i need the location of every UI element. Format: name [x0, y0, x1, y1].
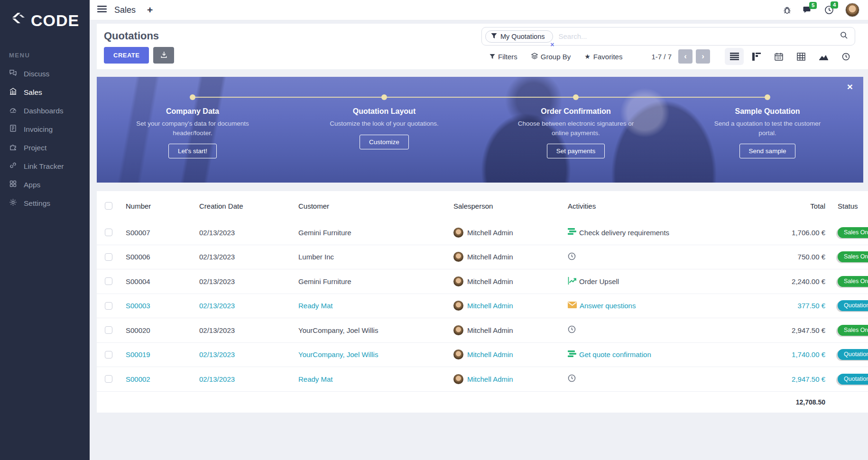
send-sample-button[interactable]: Send sample — [739, 144, 796, 158]
step-title: Order Confirmation — [480, 107, 672, 116]
row-salesperson: Mitchell Admin — [453, 350, 568, 359]
sidebar: CODE MENU Discuss Sales Dashboards Invoi… — [0, 0, 90, 460]
table-row[interactable]: S00002 02/13/2023 Ready Mat Mitchell Adm… — [97, 367, 868, 392]
row-activity[interactable] — [568, 374, 735, 384]
row-checkbox[interactable] — [105, 326, 112, 334]
gear-icon — [9, 198, 17, 208]
filter-funnel-icon — [489, 53, 495, 61]
row-activity[interactable] — [568, 325, 735, 335]
sidebar-item-apps[interactable]: Apps — [0, 175, 90, 194]
search-bar[interactable]: My Quotations × Search... — [481, 27, 855, 46]
column-header-total[interactable]: Total — [735, 202, 825, 210]
column-header-creation-date[interactable]: Creation Date — [199, 202, 298, 210]
graph-view-icon[interactable] — [814, 48, 833, 65]
row-checkbox[interactable] — [105, 229, 112, 236]
search-icon — [840, 31, 848, 41]
group-by-button[interactable]: Group By — [531, 53, 571, 61]
row-number[interactable]: S00003 — [126, 302, 199, 310]
pivot-view-icon[interactable] — [792, 48, 811, 65]
create-button[interactable]: CREATE — [104, 47, 149, 64]
column-header-activities[interactable]: Activities — [568, 202, 735, 210]
row-status: Quotation — [825, 374, 868, 385]
row-number[interactable]: S00004 — [126, 277, 199, 285]
favorites-button[interactable]: ★ Favorites — [584, 53, 622, 61]
clock-icon — [568, 252, 576, 262]
filters-button[interactable]: Filters — [489, 53, 517, 61]
sidebar-item-project[interactable]: Project — [0, 138, 90, 157]
kanban-view-icon[interactable] — [747, 48, 766, 65]
calendar-view-icon[interactable] — [769, 48, 788, 65]
star-icon: ★ — [584, 53, 591, 60]
list-view-icon[interactable] — [725, 48, 744, 65]
active-app-tab[interactable]: Sales — [114, 5, 136, 15]
discuss-icon — [9, 69, 17, 79]
user-avatar[interactable] — [845, 3, 859, 17]
row-activity[interactable]: Answer questions — [568, 302, 735, 310]
row-activity[interactable]: Order Upsell — [568, 277, 735, 286]
customize-button[interactable]: Customize — [360, 135, 409, 149]
table-row[interactable]: S00004 02/13/2023 Gemini Furniture Mitch… — [97, 269, 868, 294]
column-header-number[interactable]: Number — [126, 202, 199, 210]
row-checkbox[interactable] — [105, 253, 112, 261]
app-window: CODE MENU Discuss Sales Dashboards Invoi… — [0, 0, 868, 460]
sidebar-item-dashboards[interactable]: Dashboards — [0, 101, 90, 120]
table-row[interactable]: S00020 02/13/2023 YourCompany, Joel Will… — [97, 318, 868, 343]
row-number[interactable]: S00007 — [126, 229, 199, 237]
table-body: S00007 02/13/2023 Gemini Furniture Mitch… — [97, 221, 868, 392]
row-status: Quotation — [825, 300, 868, 311]
add-tab-button[interactable]: + — [147, 4, 153, 16]
row-checkbox[interactable] — [105, 277, 112, 285]
select-all-checkbox[interactable] — [105, 202, 112, 210]
column-header-customer[interactable]: Customer — [298, 202, 453, 210]
row-creation-date: 02/13/2023 — [199, 229, 298, 237]
pager-prev-button[interactable]: ‹ — [678, 49, 693, 64]
row-number[interactable]: S00002 — [126, 375, 199, 383]
sidebar-item-invoicing[interactable]: Invoicing — [0, 120, 90, 138]
lets-start-button[interactable]: Let's start! — [168, 144, 217, 158]
table-row[interactable]: S00019 02/13/2023 YourCompany, Joel Will… — [97, 343, 868, 368]
row-activity[interactable]: Get quote confirmation — [568, 350, 735, 359]
brand-logo[interactable]: CODE — [0, 9, 90, 30]
sidebar-item-discuss[interactable]: Discuss — [0, 64, 90, 83]
column-header-status[interactable]: Status — [825, 202, 868, 210]
status-badge: Quotation — [838, 300, 868, 311]
row-customer: Ready Mat — [298, 302, 453, 310]
table-header-row: Number Creation Date Customer Salesperso… — [97, 191, 868, 221]
row-salesperson: Mitchell Admin — [453, 228, 568, 238]
activity-view-icon[interactable] — [836, 48, 855, 65]
list-controls: Filters Group By ★ Favorites 1-7 / 7 ‹ › — [481, 47, 855, 65]
sidebar-item-label: Invoicing — [24, 125, 53, 134]
pager-next-button[interactable]: › — [696, 49, 710, 64]
debug-bug-icon[interactable] — [783, 6, 792, 15]
view-switcher — [721, 48, 855, 65]
onboarding-step-order-confirmation: Order Confirmation Choose between electr… — [480, 77, 672, 183]
layers-icon — [531, 53, 538, 61]
table-row[interactable]: S00006 02/13/2023 Lumber Inc Mitchell Ad… — [97, 245, 868, 270]
row-status: Sales Order — [825, 325, 868, 336]
activities-count-badge: 4 — [831, 1, 838, 9]
sidebar-item-settings[interactable]: Settings — [0, 194, 90, 212]
sidebar-item-link-tracker[interactable]: Link Tracker — [0, 157, 90, 175]
row-checkbox[interactable] — [105, 302, 112, 310]
row-number[interactable]: S00020 — [126, 326, 199, 334]
search-facet-my-quotations[interactable]: My Quotations × — [485, 30, 553, 43]
row-customer: Lumber Inc — [298, 253, 453, 261]
hamburger-menu-icon[interactable] — [97, 5, 107, 15]
activity-label: Answer questions — [580, 302, 636, 310]
row-number[interactable]: S00006 — [126, 253, 199, 261]
messages-icon[interactable]: 5 — [803, 6, 813, 15]
row-number[interactable]: S00019 — [126, 350, 199, 359]
set-payments-button[interactable]: Set payments — [547, 144, 605, 158]
search-input[interactable]: Search... — [559, 32, 840, 40]
row-activity[interactable]: Check delivery requirements — [568, 228, 735, 237]
activities-clock-icon[interactable]: 4 — [824, 5, 834, 15]
content-area: Quotations CREATE My Quotations × Search… — [90, 20, 868, 460]
row-checkbox[interactable] — [105, 351, 112, 359]
export-button[interactable] — [153, 47, 174, 64]
sidebar-item-sales[interactable]: Sales — [0, 83, 90, 101]
table-row[interactable]: S00003 02/13/2023 Ready Mat Mitchell Adm… — [97, 294, 868, 319]
row-activity[interactable] — [568, 252, 735, 262]
column-header-salesperson[interactable]: Salesperson — [453, 202, 568, 210]
row-checkbox[interactable] — [105, 375, 112, 383]
table-row[interactable]: S00007 02/13/2023 Gemini Furniture Mitch… — [97, 221, 868, 245]
